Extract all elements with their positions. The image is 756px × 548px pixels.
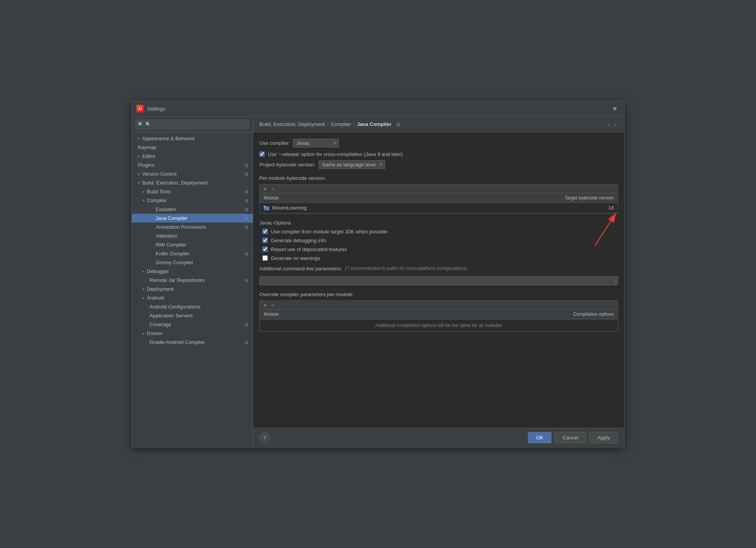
expand-arrow-debugger: ▸ — [143, 269, 144, 273]
sidebar-item-label-android-configs: Android Configurations — [150, 304, 200, 310]
expand-arrow-build-tools: ▸ — [143, 189, 144, 194]
sidebar-item-label-app-servers: Application Servers — [150, 313, 193, 318]
settings-icon-gradle-android-compiler: ▤ — [245, 340, 248, 344]
cmd-params-container: Additional command line parameters: ('/'… — [259, 266, 618, 285]
expand-arrow-docker: ▸ — [143, 331, 144, 335]
settings-icon-coverage: ▤ — [245, 322, 248, 327]
use-compiler-row: Use compiler: JavacEclipseAjc ▼ — [259, 139, 618, 147]
module-cell: MavenLearning — [260, 203, 428, 213]
sidebar-item-java-compiler[interactable]: Java Compiler▤ — [132, 214, 253, 223]
module-table-toolbar: + − — [260, 184, 618, 193]
nav-forward-button[interactable]: › — [613, 121, 618, 128]
sidebar-item-annotation-processors[interactable]: Annotation Processors▤ — [132, 223, 253, 231]
add-override-button[interactable]: + — [262, 302, 268, 308]
table-row[interactable]: MavenLearning 18 — [260, 203, 618, 213]
content-body: Use compiler: JavacEclipseAjc ▼ Use '--r… — [253, 132, 624, 428]
settings-icon-compiler: ▤ — [245, 198, 248, 203]
compiler-select[interactable]: JavacEclipseAjc — [293, 139, 339, 147]
javac-option-row-gen-debug: Generate debugging info — [262, 238, 618, 243]
sidebar-item-build-tools[interactable]: ▸Build Tools▤ — [132, 187, 253, 196]
cross-compile-label: Use '--release' option for cross-compila… — [268, 151, 403, 157]
javac-option-checkbox-no-warnings[interactable] — [262, 255, 268, 261]
sidebar-item-label-compiler: Compiler — [147, 198, 167, 203]
nav-arrows: ‹ › — [607, 121, 618, 128]
remove-module-button[interactable]: − — [270, 186, 276, 191]
bytecode-select-wrapper: Same as language level ▼ — [319, 160, 385, 169]
content-panel: Build, Execution, Deployment › Compiler … — [253, 117, 624, 447]
help-button[interactable]: ? — [259, 432, 270, 443]
sidebar-item-deployment[interactable]: ▸Deployment — [132, 285, 253, 293]
sidebar-item-label-appearance: Appearance & Behavior — [142, 136, 195, 141]
javac-option-row-no-warnings: Generate no warnings — [262, 255, 618, 261]
search-input[interactable] — [136, 120, 249, 129]
settings-icon-remote-jar-repos: ▤ — [245, 278, 248, 282]
sidebar-item-appearance[interactable]: ▸Appearance & Behavior — [132, 134, 253, 143]
main-content: 🔍 ▸Appearance & BehaviorKeymap▸EditorPlu… — [132, 117, 624, 447]
javac-option-checkbox-gen-debug[interactable] — [262, 238, 268, 243]
sidebar-item-keymap[interactable]: Keymap — [132, 143, 253, 152]
sidebar-item-docker[interactable]: ▸Docker — [132, 329, 253, 338]
breadcrumb-part-1: Build, Execution, Deployment — [259, 121, 325, 127]
bytecode-version-select[interactable]: Same as language level — [319, 160, 385, 169]
add-module-button[interactable]: + — [262, 186, 268, 191]
javac-option-label-gen-debug: Generate debugging info — [271, 238, 326, 243]
cancel-button[interactable]: Cancel — [554, 432, 586, 443]
sidebar-item-label-excludes: Excludes — [156, 206, 176, 212]
cmd-params-input[interactable] — [259, 276, 618, 285]
sidebar-item-build-exec-deploy[interactable]: ▾Build, Execution, Deployment — [132, 178, 253, 187]
module-version-cell: 18 — [428, 203, 618, 213]
search-icon: 🔍 — [138, 122, 144, 127]
apply-button[interactable]: Apply — [589, 432, 618, 443]
sidebar-item-groovy-compiler[interactable]: Groovy Compiler — [132, 258, 253, 267]
sidebar-item-label-gradle-android-compiler: Gradle-Android Compiler — [150, 339, 205, 345]
svg-rect-2 — [264, 206, 266, 207]
ok-button[interactable]: OK — [528, 432, 551, 443]
breadcrumb: Build, Execution, Deployment › Compiler … — [259, 121, 400, 127]
settings-icon-excludes: ▤ — [245, 207, 248, 211]
override-table-toolbar: + − — [260, 301, 618, 310]
sidebar-item-debugger[interactable]: ▸Debugger — [132, 267, 253, 276]
breadcrumb-sep-2: › — [353, 122, 355, 127]
sidebar-item-rmi-compiler[interactable]: RMI Compiler — [132, 240, 253, 249]
javac-option-row-use-compiler-module: Use compiler from module target JDK when… — [262, 229, 618, 235]
sidebar-item-excludes[interactable]: Excludes▤ — [132, 205, 253, 214]
javac-options-section: Use compiler from module target JDK when… — [259, 229, 618, 261]
cmd-params-hint: ('/' recommended in paths for cross-plat… — [345, 266, 467, 271]
sidebar-item-gradle-android-compiler[interactable]: Gradle-Android Compiler▤ — [132, 338, 253, 347]
javac-option-checkbox-use-compiler-module[interactable] — [262, 229, 268, 234]
sidebar-item-label-groovy-compiler: Groovy Compiler — [156, 260, 193, 265]
cross-compile-checkbox[interactable] — [259, 151, 265, 157]
expand-arrow-appearance: ▸ — [138, 136, 140, 141]
version-col-header: Target bytecode version — [428, 193, 618, 203]
sidebar-item-coverage[interactable]: Coverage▤ — [132, 320, 253, 329]
settings-icon-build-tools: ▤ — [245, 189, 248, 194]
sidebar-item-label-debugger: Debugger — [147, 268, 169, 274]
expand-arrow-version-control: ▸ — [138, 172, 140, 176]
sidebar-item-label-keymap: Keymap — [138, 144, 156, 150]
sidebar-item-version-control[interactable]: ▸Version Control▤ — [132, 169, 253, 178]
sidebar-item-kotlin-compiler[interactable]: Kotlin Compiler▤ — [132, 249, 253, 258]
title-bar: IJ Settings ✕ — [132, 101, 624, 117]
override-label: Override compiler parameters per-module: — [259, 292, 618, 297]
close-button[interactable]: ✕ — [610, 104, 620, 113]
nav-back-button[interactable]: ‹ — [607, 121, 612, 128]
settings-dialog: IJ Settings ✕ 🔍 ▸Appearance & BehaviorKe… — [131, 101, 625, 447]
sidebar-item-android[interactable]: ▸Android — [132, 293, 253, 302]
sidebar-item-editor[interactable]: ▸Editor — [132, 152, 253, 161]
javac-option-checkbox-report-deprecated[interactable] — [262, 246, 268, 252]
sidebar-item-compiler[interactable]: ▾Compiler▤ — [132, 196, 253, 205]
cross-compile-row: Use '--release' option for cross-compila… — [259, 151, 618, 157]
settings-icon-kotlin-compiler: ▤ — [245, 251, 248, 256]
sidebar: 🔍 ▸Appearance & BehaviorKeymap▸EditorPlu… — [132, 117, 253, 447]
settings-icon-java-compiler: ▤ — [245, 216, 248, 220]
sidebar-item-android-configs[interactable]: Android Configurations — [132, 302, 253, 311]
sidebar-list: ▸Appearance & BehaviorKeymap▸EditorPlugi… — [132, 132, 253, 447]
sidebar-item-plugins[interactable]: Plugins▤ — [132, 161, 253, 169]
sidebar-item-validation[interactable]: Validation — [132, 231, 253, 240]
sidebar-item-label-remote-jar-repos: Remote Jar Repositories — [150, 277, 205, 283]
override-module-col-header: Module — [260, 310, 375, 319]
cmd-input-expand-button[interactable]: ⤢ — [614, 278, 617, 283]
sidebar-item-app-servers[interactable]: Application Servers — [132, 311, 253, 320]
remove-override-button[interactable]: − — [270, 302, 276, 308]
sidebar-item-remote-jar-repos[interactable]: Remote Jar Repositories▤ — [132, 276, 253, 285]
